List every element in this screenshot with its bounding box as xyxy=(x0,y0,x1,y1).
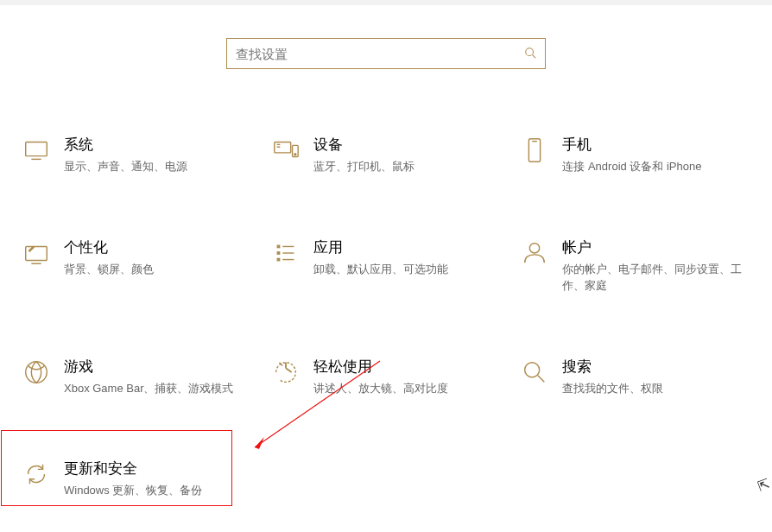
search-icon xyxy=(524,47,536,61)
phone-icon xyxy=(519,135,550,166)
tile-title: 游戏 xyxy=(64,357,234,377)
tile-desc: Windows 更新、恢复、备份 xyxy=(64,482,202,499)
tile-title: 应用 xyxy=(313,238,448,257)
top-border xyxy=(0,0,772,5)
tile-title: 搜索 xyxy=(562,357,663,377)
devices-icon xyxy=(270,135,301,166)
tile-desc: 卸载、默认应用、可选功能 xyxy=(313,261,448,278)
apps-icon xyxy=(270,238,301,269)
settings-grid: 系统 显示、声音、通知、电源 设备 蓝牙、打印机、鼠标 手机 连接 Androi… xyxy=(0,69,772,504)
svg-rect-13 xyxy=(276,244,280,248)
tile-phone[interactable]: 手机 连接 Android 设备和 iPhone xyxy=(510,130,760,180)
tile-desc: 查找我的文件、权限 xyxy=(562,380,663,397)
svg-point-20 xyxy=(26,361,47,383)
search-container xyxy=(0,38,772,69)
svg-rect-2 xyxy=(26,142,47,156)
svg-rect-11 xyxy=(26,246,47,260)
tile-title: 更新和安全 xyxy=(64,459,202,478)
tile-title: 设备 xyxy=(313,135,414,155)
svg-rect-17 xyxy=(276,257,280,261)
tile-title: 轻松使用 xyxy=(313,357,448,377)
tile-title: 个性化 xyxy=(64,238,154,257)
tile-desc: 蓝牙、打印机、鼠标 xyxy=(313,158,414,175)
tile-title: 帐户 xyxy=(562,238,744,257)
svg-rect-9 xyxy=(529,139,541,162)
svg-rect-15 xyxy=(276,251,280,255)
search-box[interactable] xyxy=(226,38,546,69)
tile-desc: 连接 Android 设备和 iPhone xyxy=(562,158,701,175)
gaming-icon xyxy=(21,357,52,388)
tile-desc: 讲述人、放大镜、高对比度 xyxy=(313,380,448,397)
personalization-icon xyxy=(21,238,52,269)
tile-accounts[interactable]: 帐户 你的帐户、电子邮件、同步设置、工作、家庭 xyxy=(510,232,760,300)
tile-gaming[interactable]: 游戏 Xbox Game Bar、捕获、游戏模式 xyxy=(12,352,262,402)
tile-desc: Xbox Game Bar、捕获、游戏模式 xyxy=(64,380,234,397)
ease-of-access-icon xyxy=(270,357,301,388)
tile-title: 系统 xyxy=(64,135,187,155)
display-icon xyxy=(21,135,52,166)
tile-desc: 显示、声音、通知、电源 xyxy=(64,158,187,175)
tile-desc: 背景、锁屏、颜色 xyxy=(64,261,154,278)
tile-desc: 你的帐户、电子邮件、同步设置、工作、家庭 xyxy=(562,261,744,294)
tile-devices[interactable]: 设备 蓝牙、打印机、鼠标 xyxy=(262,130,511,180)
svg-point-0 xyxy=(526,48,534,55)
svg-line-22 xyxy=(538,375,545,382)
search-input[interactable] xyxy=(236,47,524,61)
search-tile-icon xyxy=(519,357,550,388)
svg-point-6 xyxy=(294,154,296,155)
update-icon xyxy=(21,459,52,490)
tile-personalization[interactable]: 个性化 背景、锁屏、颜色 xyxy=(12,232,262,300)
tile-apps[interactable]: 应用 卸载、默认应用、可选功能 xyxy=(262,232,511,300)
accounts-icon xyxy=(519,238,550,269)
svg-line-1 xyxy=(533,54,536,58)
tile-ease-of-access[interactable]: 轻松使用 讲述人、放大镜、高对比度 xyxy=(262,352,511,402)
svg-point-21 xyxy=(525,362,540,377)
svg-point-19 xyxy=(530,243,540,252)
tile-title: 手机 xyxy=(562,135,701,155)
tile-search[interactable]: 搜索 查找我的文件、权限 xyxy=(510,352,760,402)
tile-system[interactable]: 系统 显示、声音、通知、电源 xyxy=(12,130,262,180)
tile-update-security[interactable]: 更新和安全 Windows 更新、恢复、备份 xyxy=(12,453,262,504)
